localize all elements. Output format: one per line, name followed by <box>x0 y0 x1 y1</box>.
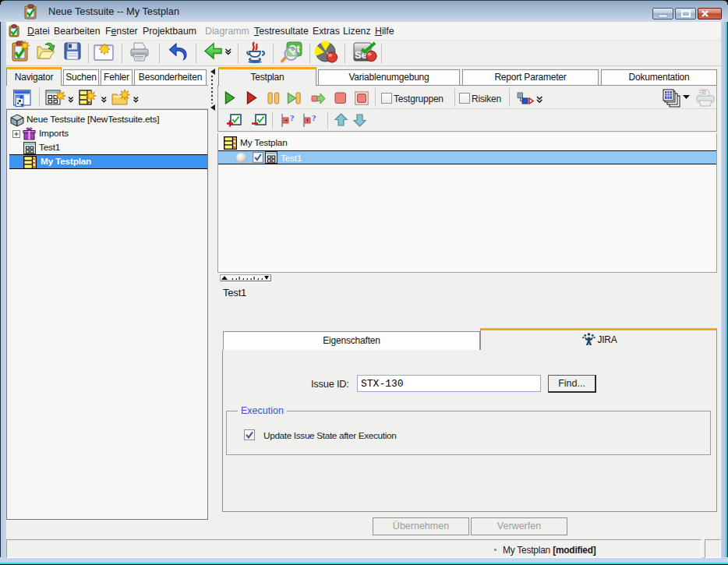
svg-text:?: ? <box>290 113 295 122</box>
svg-text:?: ? <box>312 113 316 122</box>
